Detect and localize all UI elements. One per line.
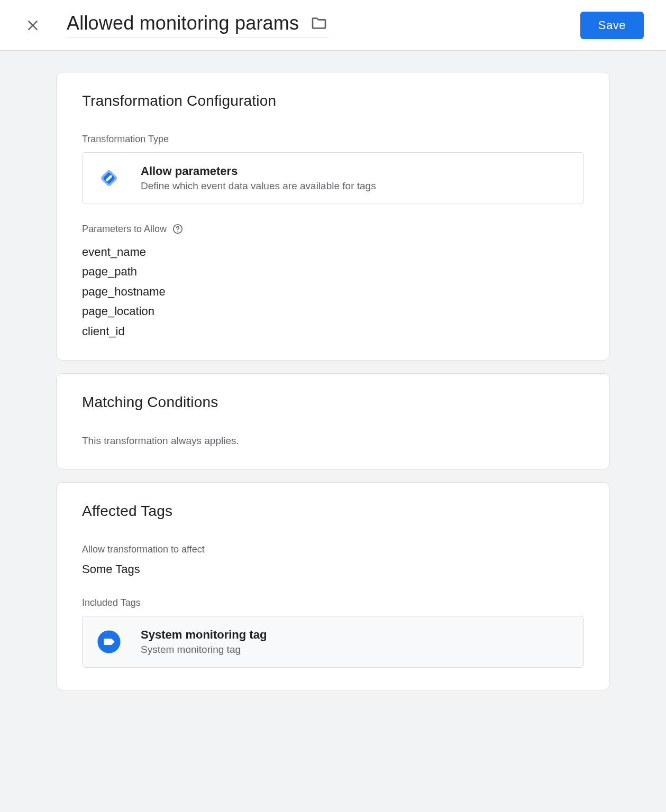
close-icon	[26, 19, 40, 32]
close-button[interactable]	[22, 15, 43, 36]
parameters-list: event_name page_path page_hostname page_…	[82, 242, 584, 341]
included-tag-title: System monitoring tag	[141, 628, 267, 642]
transformation-type-title: Allow parameters	[141, 164, 376, 178]
param-item: page_hostname	[82, 282, 584, 301]
matching-heading: Matching Conditions	[82, 394, 584, 411]
included-tag-desc: System monitoring tag	[141, 644, 267, 656]
parameters-to-allow-label: Parameters to Allow	[82, 223, 584, 235]
header-bar: Allowed monitoring params Save	[0, 0, 666, 51]
included-tags-label: Included Tags	[82, 597, 584, 608]
transformation-heading: Transformation Configuration	[82, 93, 584, 109]
allow-transformation-value: Some Tags	[82, 562, 584, 576]
title-text[interactable]: Allowed monitoring params	[67, 12, 299, 34]
matching-conditions-card: Matching Conditions This transformation …	[56, 373, 610, 469]
transformation-config-card: Transformation Configuration Transformat…	[56, 72, 610, 361]
matching-description: This transformation always applies.	[82, 435, 584, 447]
folder-icon	[311, 15, 327, 32]
svg-point-6	[177, 231, 178, 232]
save-button[interactable]: Save	[580, 12, 644, 39]
affected-tags-card: Affected Tags Allow transformation to af…	[56, 482, 610, 690]
affected-heading: Affected Tags	[82, 503, 584, 520]
help-button[interactable]	[172, 223, 184, 235]
transformation-type-desc: Define which event data values are avail…	[141, 180, 376, 192]
title-editor[interactable]: Allowed monitoring params	[67, 12, 329, 38]
transformation-type-selector[interactable]: Allow parameters Define which event data…	[82, 152, 584, 204]
gtm-diamond-icon	[96, 165, 122, 191]
allow-transformation-label: Allow transformation to affect	[82, 544, 584, 555]
param-item: page_location	[82, 301, 584, 321]
included-tag-item[interactable]: System monitoring tag System monitoring …	[82, 616, 584, 668]
param-item: page_path	[82, 262, 584, 281]
transformation-type-label: Transformation Type	[82, 134, 584, 145]
tag-pill-icon	[96, 629, 122, 654]
parameters-to-allow-text: Parameters to Allow	[82, 224, 167, 235]
folder-button[interactable]	[309, 14, 329, 33]
param-item: client_id	[82, 321, 584, 341]
help-icon	[172, 223, 184, 235]
param-item: event_name	[82, 242, 584, 262]
